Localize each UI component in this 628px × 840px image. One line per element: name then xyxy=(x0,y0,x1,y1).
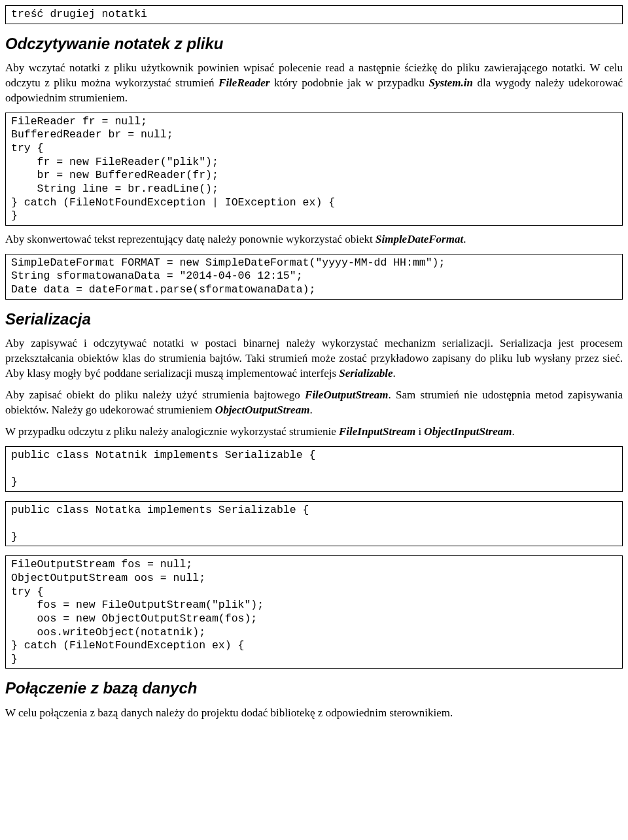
text: W przypadku odczytu z pliku należy analo… xyxy=(5,425,339,438)
paragraph-read-notes: Aby wczytać notatki z pliku użytkownik p… xyxy=(5,61,623,106)
paragraph-fileoutputstream: Aby zapisać obiekt do pliku należy użyć … xyxy=(5,388,623,418)
class-filereader: FileReader xyxy=(218,77,270,89)
text: . xyxy=(309,404,312,416)
class-objectinputstream: ObjectInputStream xyxy=(424,425,512,438)
text: który podobnie jak w przypadku xyxy=(270,77,428,89)
text: Aby skonwertować tekst reprezentujący da… xyxy=(5,233,375,245)
text: . xyxy=(463,233,466,245)
code-block-simpledateformat: SimpleDateFormat FORMAT = new SimpleDate… xyxy=(5,254,623,300)
class-serializable: Serializable xyxy=(339,367,392,379)
paragraph-database: W celu połączenia z bazą danych należy d… xyxy=(5,706,623,721)
text: . xyxy=(393,367,396,379)
code-block-notatka-class: public class Notatka implements Serializ… xyxy=(5,501,623,547)
class-system-in: System.in xyxy=(428,77,473,89)
section-heading-read-notes: Odczytywanie notatek z pliku xyxy=(5,33,623,54)
text: Aby zapisywać i odczytywać notatki w pos… xyxy=(5,337,623,379)
class-fileinputstream: FileInputStream xyxy=(339,425,415,438)
class-simpledateformat: SimpleDateFormat xyxy=(375,233,463,245)
paragraph-fileinputstream: W przypadku odczytu z pliku należy analo… xyxy=(5,425,623,440)
class-fileoutputstream: FileOutputStream xyxy=(305,389,389,401)
section-heading-database: Połączenie z bazą danych xyxy=(5,678,623,699)
text: i xyxy=(415,425,424,438)
paragraph-serialization-intro: Aby zapisywać i odczytywać notatki w pos… xyxy=(5,336,623,381)
code-block-1: treść drugiej notatki xyxy=(5,5,623,24)
section-heading-serialization: Serializacja xyxy=(5,309,623,330)
code-block-fileoutputstream-example: FileOutputStream fos = null; ObjectOutpu… xyxy=(5,555,623,669)
code-block-filereader: FileReader fr = null; BufferedReader br … xyxy=(5,113,623,226)
paragraph-date-convert: Aby skonwertować tekst reprezentujący da… xyxy=(5,232,623,247)
text: . xyxy=(512,425,514,438)
text: Aby zapisać obiekt do pliku należy użyć … xyxy=(5,389,305,401)
code-block-notatnik-class: public class Notatnik implements Seriali… xyxy=(5,446,623,492)
class-objectoutputstream: ObjectOutputStream xyxy=(215,404,310,416)
